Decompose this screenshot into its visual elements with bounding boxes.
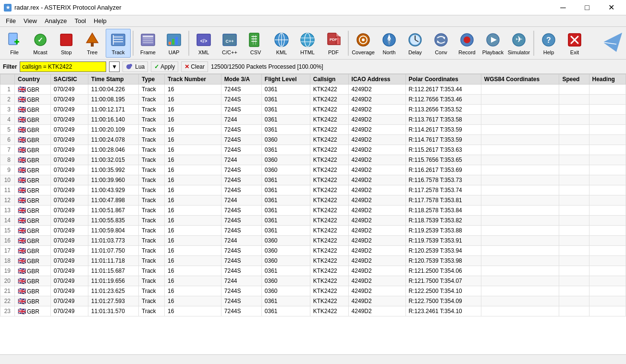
filter-dropdown-btn[interactable]: ▼ [109, 61, 120, 72]
table-row[interactable]: 14 🇬🇧GBR 070/249 11:00:55.835 Track 16 7… [0, 216, 626, 226]
clear-button[interactable]: ✕ Clear [181, 61, 208, 72]
svg-rect-27 [251, 36, 257, 37]
col-timestamp[interactable]: Time Stamp [88, 74, 138, 85]
table-row[interactable]: 18 🇬🇧GBR 070/249 11:01:11.718 Track 16 7… [0, 256, 626, 266]
table-row[interactable]: 2 🇬🇧GBR 070/249 11:00:08.195 Track 16 72… [0, 95, 626, 105]
table-row[interactable]: 20 🇬🇧GBR 070/249 11:01:19.656 Track 16 7… [0, 276, 626, 286]
help-button[interactable]: ? Help [536, 29, 561, 58]
col-mode3a[interactable]: Mode 3/A [221, 74, 261, 85]
cell-type: Track [139, 296, 165, 306]
table-row[interactable]: 1 🇬🇧GBR 070/249 11:00:04.226 Track 16 72… [0, 85, 626, 95]
menu-tool[interactable]: Tool [71, 16, 90, 25]
checkmark-icon: ✓ [154, 63, 159, 70]
table-row[interactable]: 4 🇬🇧GBR 070/249 11:00:16.140 Track 16 72… [0, 115, 626, 125]
svg-rect-0 [9, 33, 17, 45]
frame-button[interactable]: Frame [135, 29, 160, 58]
col-speed[interactable]: Speed [559, 74, 589, 85]
cell-wgs84 [481, 246, 559, 256]
cell-flight-level: 0360 [261, 236, 310, 246]
col-wgs84[interactable]: WGS84 Coordinates [481, 74, 559, 85]
col-heading[interactable]: Heading [589, 74, 626, 85]
table-row[interactable]: 11 🇬🇧GBR 070/249 11:00:43.929 Track 16 7… [0, 185, 626, 195]
close-button[interactable]: ✕ [600, 2, 622, 13]
table-row[interactable]: 3 🇬🇧GBR 070/249 11:00:12.171 Track 16 72… [0, 105, 626, 115]
cell-callsign: KTK2422 [310, 95, 348, 105]
cell-icao: 4249D2 [348, 115, 405, 125]
cell-rownum: 9 [0, 165, 15, 175]
maximize-button[interactable]: □ [576, 2, 598, 13]
col-flight-level[interactable]: Flight Level [261, 74, 310, 85]
track-icon [110, 31, 127, 49]
cell-callsign: KTK2422 [310, 226, 348, 236]
cell-polar: R:114.7617 T:353.59 [405, 135, 481, 145]
filter-input[interactable] [20, 61, 106, 72]
menu-file[interactable]: File [2, 16, 20, 25]
col-icao[interactable]: ICAO Address [348, 74, 405, 85]
col-polar[interactable]: Polar Coordinates [405, 74, 481, 85]
cell-sac-sic: 070/249 [50, 85, 88, 95]
menu-view[interactable]: View [20, 16, 41, 25]
table-row[interactable]: 7 🇬🇧GBR 070/249 11:00:28.046 Track 16 72… [0, 145, 626, 155]
col-callsign[interactable]: Callsign [310, 74, 348, 85]
playback-button[interactable]: Playback [480, 29, 505, 58]
cell-callsign: KTK2422 [310, 256, 348, 266]
mcast-button[interactable]: ✓ Mcast [28, 29, 53, 58]
delay-button[interactable]: Delay [403, 29, 428, 58]
file-button[interactable]: File [2, 29, 27, 58]
north-button[interactable]: North [377, 29, 402, 58]
cell-wgs84 [481, 236, 559, 246]
table-row[interactable]: 9 🇬🇧GBR 070/249 11:00:35.992 Track 16 72… [0, 165, 626, 175]
table-row[interactable]: 22 🇬🇧GBR 070/249 11:01:27.593 Track 16 7… [0, 296, 626, 306]
cell-icao: 4249D2 [348, 175, 405, 185]
table-row[interactable]: 13 🇬🇧GBR 070/249 11:00:51.867 Track 16 7… [0, 206, 626, 216]
record-button[interactable]: Record [454, 29, 479, 58]
lua-button[interactable]: Lua [123, 61, 148, 72]
table-row[interactable]: 10 🇬🇧GBR 070/249 11:00:39.960 Track 16 7… [0, 175, 626, 185]
col-type[interactable]: Type [139, 74, 165, 85]
cpp-button[interactable]: C++ C/C++ [217, 29, 242, 58]
table-row[interactable]: 17 🇬🇧GBR 070/249 11:01:07.750 Track 16 7… [0, 246, 626, 256]
table-row[interactable]: 12 🇬🇧GBR 070/249 11:00:47.898 Track 16 7… [0, 195, 626, 206]
cell-sac-sic: 070/249 [50, 95, 88, 105]
table-row[interactable]: 8 🇬🇧GBR 070/249 11:00:32.015 Track 16 72… [0, 155, 626, 165]
conv-button[interactable]: Conv [429, 29, 454, 58]
apply-button[interactable]: ✓ Apply [151, 61, 178, 72]
menu-analyze[interactable]: Analyze [41, 16, 71, 25]
table-row[interactable]: 6 🇬🇧GBR 070/249 11:00:24.078 Track 16 72… [0, 135, 626, 145]
cell-icao: 4249D2 [348, 236, 405, 246]
simulator-button[interactable]: ✈ Simulator [506, 29, 531, 58]
minimize-button[interactable]: ─ [552, 2, 574, 13]
help-icon: ? [540, 31, 557, 49]
xml-button[interactable]: </> XML [191, 29, 216, 58]
table-row[interactable]: 15 🇬🇧GBR 070/249 11:00:59.804 Track 16 7… [0, 226, 626, 236]
cell-mode3a: 7244S [221, 306, 261, 316]
frame-icon [139, 31, 157, 49]
track-button[interactable]: Track [106, 29, 131, 58]
cell-type: Track [139, 306, 165, 316]
table-row[interactable]: 16 🇬🇧GBR 070/249 11:01:03.773 Track 16 7… [0, 236, 626, 246]
stop-button[interactable]: Stop [54, 29, 79, 58]
separator-3 [348, 31, 349, 56]
html-button[interactable]: HTML [295, 29, 320, 58]
table-row[interactable]: 19 🇬🇧GBR 070/249 11:01:15.687 Track 16 7… [0, 266, 626, 276]
uap-button[interactable]: UAP [161, 29, 186, 58]
table-row[interactable]: 21 🇬🇧GBR 070/249 11:01:23.625 Track 16 7… [0, 286, 626, 296]
kml-button[interactable]: KML [269, 29, 294, 58]
table-row[interactable]: 23 🇬🇧GBR 070/249 11:01:31.570 Track 16 7… [0, 306, 626, 316]
cell-track-number: 16 [164, 115, 221, 125]
coverage-button[interactable]: Coverage [351, 29, 376, 58]
table-row[interactable]: 5 🇬🇧GBR 070/249 11:00:20.109 Track 16 72… [0, 125, 626, 135]
cell-callsign: KTK2422 [310, 266, 348, 276]
tree-button[interactable]: Tree [80, 29, 105, 58]
pdf-button[interactable]: PDF PDF [321, 29, 346, 58]
cell-sac-sic: 070/249 [50, 145, 88, 155]
exit-button[interactable]: Exit [562, 29, 587, 58]
kml-label: KML [276, 49, 287, 55]
col-country[interactable]: Country [15, 74, 51, 85]
col-track-number[interactable]: Track Number [164, 74, 221, 85]
table-container[interactable]: Country SAC/SIC Time Stamp Type Track Nu… [0, 74, 626, 361]
exit-label: Exit [570, 49, 579, 55]
menu-help[interactable]: Help [90, 16, 110, 25]
csv-button[interactable]: CSV [243, 29, 268, 58]
col-sac-sic[interactable]: SAC/SIC [50, 74, 88, 85]
